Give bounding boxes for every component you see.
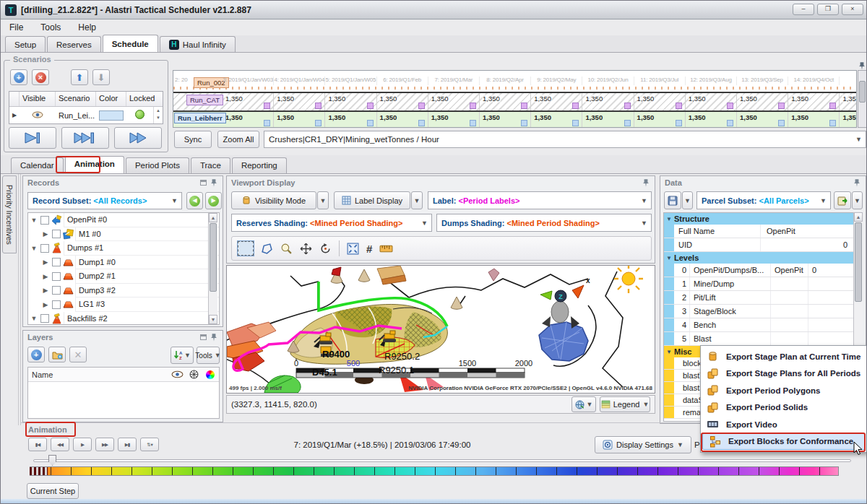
- tree-checkbox[interactable]: [40, 244, 49, 253]
- pin-icon[interactable]: [210, 333, 218, 342]
- legend-button[interactable]: Legend▼: [600, 396, 650, 412]
- leibherr-marker-square[interactable]: [315, 120, 322, 126]
- menu-item-export-blocks-for-conformance[interactable]: Export Blocks for Conformance: [702, 433, 866, 451]
- current-step-tab[interactable]: Current Step: [27, 483, 79, 499]
- collapse-icon[interactable]: ▼: [664, 255, 674, 261]
- records-scrollbar[interactable]: ▲▼: [208, 213, 217, 324]
- timeline-cell[interactable]: 1,350: [377, 93, 428, 110]
- tree-item-backfills-2[interactable]: ▼Backfills #2: [28, 312, 219, 326]
- section-header-levels[interactable]: ▼Levels: [664, 252, 853, 264]
- timeline-cell[interactable]: 1,350: [325, 93, 376, 110]
- select-tool-icon[interactable]: [238, 241, 254, 256]
- timeline-scrollbar[interactable]: [858, 70, 867, 128]
- label-dropdown[interactable]: Label: <Period Labels> ▼: [428, 191, 652, 209]
- maximize-button[interactable]: ❐: [817, 4, 839, 15]
- visible-eye-icon[interactable]: [20, 111, 56, 120]
- cat-marker-square[interactable]: [315, 103, 322, 109]
- move-up-button[interactable]: ⬆: [71, 69, 88, 85]
- menu-item-export-stage-plans-for-all-periods[interactable]: Export Stage Plans for All Periods: [701, 365, 867, 383]
- collapse-icon[interactable]: ▼: [30, 217, 38, 224]
- collapse-icon[interactable]: ▼: [664, 216, 674, 222]
- rotate-tool-icon[interactable]: [319, 243, 332, 255]
- float-icon[interactable]: [200, 180, 207, 186]
- float-icon[interactable]: [200, 334, 207, 340]
- projection-button[interactable]: ▼: [571, 396, 596, 412]
- data-row[interactable]: UID0: [664, 238, 853, 252]
- timeline-cell[interactable]: 1,350: [634, 93, 686, 110]
- timeline-cell[interactable]: 1,350: [531, 112, 582, 128]
- minimize-button[interactable]: –: [793, 4, 814, 15]
- visibility-column-icon[interactable]: [171, 370, 184, 378]
- label-display-caret[interactable]: ▼: [411, 191, 423, 209]
- locked-indicator[interactable]: [126, 110, 153, 121]
- cat-marker-square[interactable]: [778, 103, 785, 109]
- leibherr-marker-square[interactable]: [727, 120, 733, 126]
- play-button[interactable]: [114, 127, 162, 149]
- leibherr-marker-square[interactable]: [264, 120, 270, 126]
- ruler-icon[interactable]: [379, 244, 393, 253]
- tree-item-dumps-1[interactable]: ▼Dumps #1: [28, 241, 219, 256]
- data-row[interactable]: Full NameOpenPit: [664, 225, 853, 238]
- timeline-grid[interactable]: 2: 20 1,3501,3501,3501,3501,3501,3501,35…: [173, 70, 857, 128]
- sync-button[interactable]: Sync: [174, 131, 212, 148]
- tree-checkbox[interactable]: [40, 314, 49, 323]
- viewport-3d[interactable]: Z x: [226, 265, 655, 394]
- leibherr-marker-square[interactable]: [470, 120, 476, 126]
- leibherr-marker-square[interactable]: [367, 120, 374, 126]
- timeline-cell[interactable]: 1,350: [686, 112, 737, 128]
- tree-checkbox[interactable]: [52, 300, 61, 309]
- grid-toggle-icon[interactable]: #: [366, 243, 372, 255]
- leibherr-marker-square[interactable]: [829, 120, 836, 126]
- data-row[interactable]: 5Blast: [664, 332, 853, 346]
- cat-marker-square[interactable]: [418, 103, 425, 109]
- timeline-cell[interactable]: 1,350: [377, 112, 428, 128]
- zoom-fit-icon[interactable]: [347, 243, 359, 255]
- zoom-tool-icon[interactable]: [280, 243, 293, 255]
- leibherr-marker-square[interactable]: [676, 120, 682, 126]
- tree-checkbox[interactable]: [52, 286, 61, 295]
- tab-reserves[interactable]: Reserves: [47, 36, 101, 52]
- collapse-icon[interactable]: ▼: [664, 349, 674, 355]
- timeline-cell[interactable]: 1,350: [840, 112, 857, 128]
- splitter[interactable]: [18, 174, 21, 425]
- data-row[interactable]: 2Pit/Lift: [664, 291, 853, 305]
- menu-item-export-stage-plan-at-current-time[interactable]: Export Stage Plan at Current Time: [701, 348, 867, 365]
- zoom-all-button[interactable]: Zoom All: [217, 131, 259, 148]
- save-caret[interactable]: ▼: [682, 191, 693, 209]
- parcel-subset-dropdown[interactable]: Parcel Subset: <All Parcels> ▼: [696, 191, 831, 209]
- export-data-button[interactable]: [834, 191, 851, 209]
- expand-icon[interactable]: ▶: [41, 301, 50, 308]
- tab-calendar[interactable]: Calendar: [11, 157, 64, 173]
- tab-trace[interactable]: Trace: [191, 157, 230, 173]
- tree-item-dump3-2[interactable]: ▶Dump3 #2: [28, 284, 219, 298]
- color-swatch[interactable]: [99, 110, 124, 121]
- leibherr-marker-square[interactable]: [521, 120, 527, 126]
- color-column-icon[interactable]: [206, 370, 215, 379]
- expand-icon[interactable]: ▶: [41, 273, 50, 280]
- animation-timeline-gradient[interactable]: [30, 466, 839, 476]
- tab-period-plots[interactable]: Period Plots: [126, 157, 189, 173]
- collapse-icon[interactable]: ▼: [30, 315, 38, 322]
- timeline-cell[interactable]: 1,350: [428, 112, 480, 128]
- timeline-cell[interactable]: 1,350: [531, 93, 582, 110]
- sidebar-tab-priority-incentives[interactable]: Priority Incentives: [2, 175, 17, 253]
- tree-item-dump1-0[interactable]: ▶Dump1 #0: [28, 256, 219, 270]
- metric-dropdown[interactable]: Crushers|CR1_DRY|Mining_wetTonnes / Hour…: [264, 131, 866, 148]
- tree-item-dump2-1[interactable]: ▶Dump2 #1: [28, 269, 219, 284]
- display-settings-button[interactable]: Display Settings▼: [595, 436, 691, 453]
- pin-icon[interactable]: [858, 61, 866, 70]
- leibherr-marker-square[interactable]: [418, 120, 425, 126]
- play-to-end-button[interactable]: [61, 127, 109, 149]
- tab-schedule[interactable]: Schedule: [103, 35, 158, 52]
- pan-tool-icon[interactable]: [300, 243, 312, 255]
- timeline-cell[interactable]: 1,350: [480, 93, 531, 110]
- pin-icon[interactable]: [210, 178, 218, 187]
- add-scenario-button[interactable]: +: [10, 69, 27, 85]
- leibherr-marker-square[interactable]: [778, 120, 785, 126]
- menu-item-export-video[interactable]: Export Video: [701, 416, 867, 433]
- delete-layer-button[interactable]: ✕: [69, 347, 87, 362]
- sort-button[interactable]: AZ ▼: [171, 347, 194, 364]
- cat-marker-square[interactable]: [264, 103, 270, 109]
- move-down-button[interactable]: ⬇: [92, 69, 110, 85]
- timeline-cell[interactable]: 1,350: [223, 112, 274, 128]
